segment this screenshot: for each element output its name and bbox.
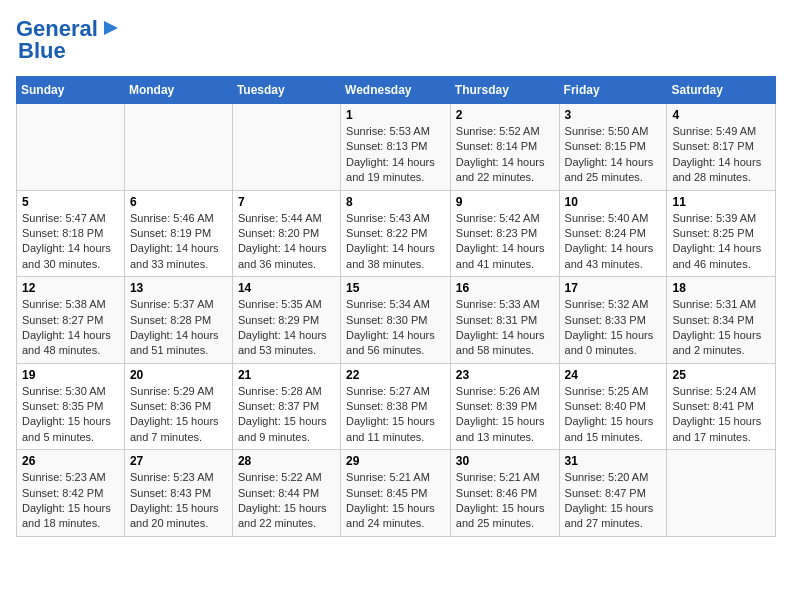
day-cell-9: 9Sunrise: 5:42 AMSunset: 8:23 PMDaylight…	[450, 190, 559, 277]
logo-arrow-icon	[100, 17, 122, 39]
day-cell-28: 28Sunrise: 5:22 AMSunset: 8:44 PMDayligh…	[232, 450, 340, 537]
day-info-19: Sunrise: 5:30 AMSunset: 8:35 PMDaylight:…	[22, 384, 119, 446]
day-info-9: Sunrise: 5:42 AMSunset: 8:23 PMDaylight:…	[456, 211, 554, 273]
day-info-8: Sunrise: 5:43 AMSunset: 8:22 PMDaylight:…	[346, 211, 445, 273]
day-cell-19: 19Sunrise: 5:30 AMSunset: 8:35 PMDayligh…	[17, 363, 125, 450]
col-header-tuesday: Tuesday	[232, 77, 340, 104]
day-info-14: Sunrise: 5:35 AMSunset: 8:29 PMDaylight:…	[238, 297, 335, 359]
day-number-31: 31	[565, 454, 662, 468]
day-cell-17: 17Sunrise: 5:32 AMSunset: 8:33 PMDayligh…	[559, 277, 667, 364]
day-number-28: 28	[238, 454, 335, 468]
day-cell-3: 3Sunrise: 5:50 AMSunset: 8:15 PMDaylight…	[559, 104, 667, 191]
day-info-1: Sunrise: 5:53 AMSunset: 8:13 PMDaylight:…	[346, 124, 445, 186]
day-cell-4: 4Sunrise: 5:49 AMSunset: 8:17 PMDaylight…	[667, 104, 776, 191]
day-info-28: Sunrise: 5:22 AMSunset: 8:44 PMDaylight:…	[238, 470, 335, 532]
day-info-31: Sunrise: 5:20 AMSunset: 8:47 PMDaylight:…	[565, 470, 662, 532]
day-number-21: 21	[238, 368, 335, 382]
col-header-wednesday: Wednesday	[341, 77, 451, 104]
day-cell-1: 1Sunrise: 5:53 AMSunset: 8:13 PMDaylight…	[341, 104, 451, 191]
day-info-23: Sunrise: 5:26 AMSunset: 8:39 PMDaylight:…	[456, 384, 554, 446]
day-info-18: Sunrise: 5:31 AMSunset: 8:34 PMDaylight:…	[672, 297, 770, 359]
day-number-25: 25	[672, 368, 770, 382]
day-number-16: 16	[456, 281, 554, 295]
day-cell-18: 18Sunrise: 5:31 AMSunset: 8:34 PMDayligh…	[667, 277, 776, 364]
day-cell-31: 31Sunrise: 5:20 AMSunset: 8:47 PMDayligh…	[559, 450, 667, 537]
day-cell-8: 8Sunrise: 5:43 AMSunset: 8:22 PMDaylight…	[341, 190, 451, 277]
day-number-23: 23	[456, 368, 554, 382]
day-cell-29: 29Sunrise: 5:21 AMSunset: 8:45 PMDayligh…	[341, 450, 451, 537]
day-info-2: Sunrise: 5:52 AMSunset: 8:14 PMDaylight:…	[456, 124, 554, 186]
day-info-22: Sunrise: 5:27 AMSunset: 8:38 PMDaylight:…	[346, 384, 445, 446]
page-header: General Blue	[16, 16, 776, 64]
day-cell-23: 23Sunrise: 5:26 AMSunset: 8:39 PMDayligh…	[450, 363, 559, 450]
day-number-10: 10	[565, 195, 662, 209]
header-row: SundayMondayTuesdayWednesdayThursdayFrid…	[17, 77, 776, 104]
calendar-table: SundayMondayTuesdayWednesdayThursdayFrid…	[16, 76, 776, 537]
day-number-20: 20	[130, 368, 227, 382]
day-number-22: 22	[346, 368, 445, 382]
svg-marker-0	[104, 21, 118, 35]
day-info-13: Sunrise: 5:37 AMSunset: 8:28 PMDaylight:…	[130, 297, 227, 359]
day-cell-6: 6Sunrise: 5:46 AMSunset: 8:19 PMDaylight…	[124, 190, 232, 277]
day-number-15: 15	[346, 281, 445, 295]
empty-cell	[17, 104, 125, 191]
day-number-14: 14	[238, 281, 335, 295]
day-number-29: 29	[346, 454, 445, 468]
day-info-27: Sunrise: 5:23 AMSunset: 8:43 PMDaylight:…	[130, 470, 227, 532]
day-cell-5: 5Sunrise: 5:47 AMSunset: 8:18 PMDaylight…	[17, 190, 125, 277]
day-cell-30: 30Sunrise: 5:21 AMSunset: 8:46 PMDayligh…	[450, 450, 559, 537]
day-number-6: 6	[130, 195, 227, 209]
day-number-19: 19	[22, 368, 119, 382]
day-info-11: Sunrise: 5:39 AMSunset: 8:25 PMDaylight:…	[672, 211, 770, 273]
day-cell-12: 12Sunrise: 5:38 AMSunset: 8:27 PMDayligh…	[17, 277, 125, 364]
day-number-18: 18	[672, 281, 770, 295]
day-info-26: Sunrise: 5:23 AMSunset: 8:42 PMDaylight:…	[22, 470, 119, 532]
day-number-27: 27	[130, 454, 227, 468]
day-cell-22: 22Sunrise: 5:27 AMSunset: 8:38 PMDayligh…	[341, 363, 451, 450]
day-cell-15: 15Sunrise: 5:34 AMSunset: 8:30 PMDayligh…	[341, 277, 451, 364]
day-info-30: Sunrise: 5:21 AMSunset: 8:46 PMDaylight:…	[456, 470, 554, 532]
day-number-7: 7	[238, 195, 335, 209]
day-info-6: Sunrise: 5:46 AMSunset: 8:19 PMDaylight:…	[130, 211, 227, 273]
day-cell-14: 14Sunrise: 5:35 AMSunset: 8:29 PMDayligh…	[232, 277, 340, 364]
day-number-11: 11	[672, 195, 770, 209]
day-number-17: 17	[565, 281, 662, 295]
day-info-12: Sunrise: 5:38 AMSunset: 8:27 PMDaylight:…	[22, 297, 119, 359]
logo-subtext: Blue	[18, 38, 66, 64]
week-row-5: 26Sunrise: 5:23 AMSunset: 8:42 PMDayligh…	[17, 450, 776, 537]
logo: General Blue	[16, 16, 122, 64]
col-header-monday: Monday	[124, 77, 232, 104]
day-info-24: Sunrise: 5:25 AMSunset: 8:40 PMDaylight:…	[565, 384, 662, 446]
day-info-7: Sunrise: 5:44 AMSunset: 8:20 PMDaylight:…	[238, 211, 335, 273]
day-number-3: 3	[565, 108, 662, 122]
week-row-1: 1Sunrise: 5:53 AMSunset: 8:13 PMDaylight…	[17, 104, 776, 191]
col-header-friday: Friday	[559, 77, 667, 104]
empty-cell	[667, 450, 776, 537]
empty-cell	[232, 104, 340, 191]
day-cell-13: 13Sunrise: 5:37 AMSunset: 8:28 PMDayligh…	[124, 277, 232, 364]
day-number-24: 24	[565, 368, 662, 382]
week-row-3: 12Sunrise: 5:38 AMSunset: 8:27 PMDayligh…	[17, 277, 776, 364]
day-cell-7: 7Sunrise: 5:44 AMSunset: 8:20 PMDaylight…	[232, 190, 340, 277]
day-cell-2: 2Sunrise: 5:52 AMSunset: 8:14 PMDaylight…	[450, 104, 559, 191]
week-row-4: 19Sunrise: 5:30 AMSunset: 8:35 PMDayligh…	[17, 363, 776, 450]
day-number-5: 5	[22, 195, 119, 209]
day-cell-26: 26Sunrise: 5:23 AMSunset: 8:42 PMDayligh…	[17, 450, 125, 537]
col-header-sunday: Sunday	[17, 77, 125, 104]
day-info-5: Sunrise: 5:47 AMSunset: 8:18 PMDaylight:…	[22, 211, 119, 273]
col-header-saturday: Saturday	[667, 77, 776, 104]
day-number-8: 8	[346, 195, 445, 209]
day-info-21: Sunrise: 5:28 AMSunset: 8:37 PMDaylight:…	[238, 384, 335, 446]
day-info-29: Sunrise: 5:21 AMSunset: 8:45 PMDaylight:…	[346, 470, 445, 532]
day-cell-10: 10Sunrise: 5:40 AMSunset: 8:24 PMDayligh…	[559, 190, 667, 277]
day-number-9: 9	[456, 195, 554, 209]
empty-cell	[124, 104, 232, 191]
day-info-20: Sunrise: 5:29 AMSunset: 8:36 PMDaylight:…	[130, 384, 227, 446]
day-cell-16: 16Sunrise: 5:33 AMSunset: 8:31 PMDayligh…	[450, 277, 559, 364]
day-number-1: 1	[346, 108, 445, 122]
day-info-3: Sunrise: 5:50 AMSunset: 8:15 PMDaylight:…	[565, 124, 662, 186]
day-info-16: Sunrise: 5:33 AMSunset: 8:31 PMDaylight:…	[456, 297, 554, 359]
day-number-2: 2	[456, 108, 554, 122]
day-cell-20: 20Sunrise: 5:29 AMSunset: 8:36 PMDayligh…	[124, 363, 232, 450]
day-info-15: Sunrise: 5:34 AMSunset: 8:30 PMDaylight:…	[346, 297, 445, 359]
